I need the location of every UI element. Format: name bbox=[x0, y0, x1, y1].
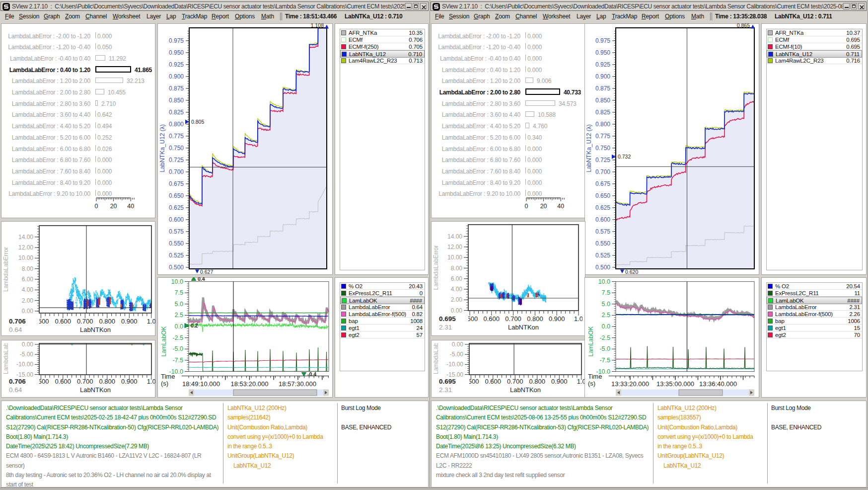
svg-text:0.500: 0.500 bbox=[462, 315, 478, 323]
svg-text:0.950: 0.950 bbox=[595, 49, 610, 56]
svg-text:8.00: 8.00 bbox=[451, 265, 463, 272]
svg-text:0.64: 0.64 bbox=[9, 326, 22, 333]
svg-text:LamLabOK: LamLabOK bbox=[587, 327, 594, 357]
svg-text:0.00: 0.00 bbox=[452, 341, 464, 348]
svg-text:10.0: 10.0 bbox=[598, 278, 610, 285]
svg-text:0.900: 0.900 bbox=[121, 378, 138, 385]
svg-text:0.750: 0.750 bbox=[169, 145, 184, 152]
svg-text:0.700: 0.700 bbox=[77, 378, 93, 385]
svg-text:8.00: 8.00 bbox=[22, 265, 34, 272]
svg-text:0.620: 0.620 bbox=[625, 269, 638, 275]
svg-text:0.900: 0.900 bbox=[169, 73, 184, 80]
svg-text:0.525: 0.525 bbox=[169, 252, 184, 259]
svg-text:-5.0: -5.0 bbox=[599, 345, 610, 352]
svg-text:0.500: 0.500 bbox=[595, 264, 610, 271]
svg-text:-15.00: -15.00 bbox=[446, 371, 463, 378]
svg-text:1.0: 1.0 bbox=[147, 378, 155, 385]
svg-text:0.500: 0.500 bbox=[463, 378, 479, 385]
svg-text:0.500: 0.500 bbox=[33, 378, 49, 385]
svg-text:1.0: 1.0 bbox=[147, 318, 155, 325]
svg-text:13:33:20.000: 13:33:20.000 bbox=[611, 380, 649, 388]
svg-text:0.706: 0.706 bbox=[9, 378, 26, 385]
svg-text:0.875: 0.875 bbox=[169, 85, 184, 92]
svg-text:2.00: 2.00 bbox=[22, 297, 34, 304]
svg-text:0.750: 0.750 bbox=[595, 145, 610, 152]
svg-text:0.525: 0.525 bbox=[595, 252, 610, 259]
svg-text:5.0: 5.0 bbox=[175, 301, 183, 308]
svg-text:0.700: 0.700 bbox=[595, 168, 610, 175]
svg-text:LabNTKa_U12 (λ): LabNTKa_U12 (λ) bbox=[585, 124, 592, 172]
svg-text:12.00: 12.00 bbox=[447, 244, 462, 250]
svg-text:LambdaLabError: LambdaLabError bbox=[2, 340, 9, 374]
svg-text:0: 0 bbox=[95, 203, 98, 210]
svg-text:LamLabOK: LamLabOK bbox=[160, 327, 167, 357]
svg-text:0.900: 0.900 bbox=[595, 73, 610, 80]
svg-text:0.0: 0.0 bbox=[175, 323, 183, 330]
svg-text:2.5: 2.5 bbox=[175, 312, 183, 319]
svg-text:(s): (s) bbox=[161, 380, 168, 387]
svg-text:14.00: 14.00 bbox=[447, 233, 462, 240]
svg-text:-7.5: -7.5 bbox=[599, 357, 610, 364]
svg-text:10.00: 10.00 bbox=[18, 254, 33, 261]
svg-text:0.800: 0.800 bbox=[169, 121, 184, 128]
svg-text:0.800: 0.800 bbox=[529, 378, 546, 385]
svg-text:0.850: 0.850 bbox=[169, 97, 184, 104]
svg-text:0.00: 0.00 bbox=[22, 341, 34, 348]
svg-text:0.925: 0.925 bbox=[169, 61, 184, 68]
svg-text:0.675: 0.675 bbox=[595, 180, 610, 187]
svg-text:0.725: 0.725 bbox=[595, 157, 610, 163]
svg-text:0.900: 0.900 bbox=[549, 315, 565, 323]
svg-text:0.575: 0.575 bbox=[595, 228, 610, 235]
svg-text:0.975: 0.975 bbox=[169, 37, 184, 44]
svg-text:-0.4: -0.4 bbox=[307, 371, 316, 377]
svg-text:12.00: 12.00 bbox=[18, 244, 33, 251]
svg-text:0.865: 0.865 bbox=[737, 23, 750, 28]
svg-text:LambdaLabError: LambdaLabError bbox=[2, 247, 9, 292]
svg-text:LabNTKon: LabNTKon bbox=[510, 386, 541, 394]
svg-text:1.0: 1.0 bbox=[574, 315, 582, 323]
svg-text:-5.00: -5.00 bbox=[20, 351, 34, 358]
svg-text:4.00: 4.00 bbox=[22, 286, 34, 293]
svg-text:0: 0 bbox=[525, 203, 528, 210]
svg-text:0.800: 0.800 bbox=[595, 121, 610, 128]
svg-text:0.706: 0.706 bbox=[9, 318, 26, 325]
svg-text:0.925: 0.925 bbox=[595, 61, 610, 68]
svg-text:2.00: 2.00 bbox=[451, 296, 463, 303]
svg-text:Time: Time bbox=[588, 373, 602, 380]
svg-text:18:53:20.000: 18:53:20.000 bbox=[231, 380, 269, 388]
svg-text:0.732: 0.732 bbox=[618, 154, 631, 160]
svg-text:40: 40 bbox=[127, 203, 134, 210]
svg-text:0.900: 0.900 bbox=[551, 378, 568, 385]
svg-text:0.800: 0.800 bbox=[99, 378, 116, 385]
svg-text:13:35:00.000: 13:35:00.000 bbox=[656, 380, 694, 388]
svg-text:-10.00: -10.00 bbox=[16, 361, 33, 368]
svg-text:(s): (s) bbox=[588, 380, 595, 387]
svg-text:18:57:30.000: 18:57:30.000 bbox=[279, 380, 316, 388]
svg-text:-5.00: -5.00 bbox=[450, 351, 464, 358]
svg-text:0.725: 0.725 bbox=[169, 157, 184, 163]
svg-text:0.775: 0.775 bbox=[169, 133, 184, 140]
svg-text:0.800: 0.800 bbox=[99, 318, 116, 325]
svg-text:0.550: 0.550 bbox=[595, 240, 610, 247]
svg-text:LambdaLabError: LambdaLabError bbox=[433, 245, 439, 290]
svg-text:0.695: 0.695 bbox=[439, 378, 456, 385]
svg-text:13:36:40.000: 13:36:40.000 bbox=[699, 380, 737, 388]
svg-text:2.31: 2.31 bbox=[439, 324, 452, 331]
svg-text:6.00: 6.00 bbox=[22, 276, 34, 283]
svg-text:0.650: 0.650 bbox=[595, 192, 610, 199]
svg-text:LabNTKa_U12 (λ): LabNTKa_U12 (λ) bbox=[159, 124, 166, 172]
svg-text:0.700: 0.700 bbox=[77, 318, 93, 325]
svg-text:6.00: 6.00 bbox=[451, 275, 463, 282]
svg-text:0.875: 0.875 bbox=[595, 85, 610, 92]
svg-text:LabNTKon: LabNTKon bbox=[508, 324, 539, 331]
svg-text:0.675: 0.675 bbox=[169, 180, 184, 187]
svg-text:20: 20 bbox=[110, 203, 117, 210]
svg-text:-7.5: -7.5 bbox=[172, 357, 183, 364]
svg-text:-2.5: -2.5 bbox=[172, 334, 183, 341]
svg-text:1.108: 1.108 bbox=[311, 23, 324, 28]
svg-text:0.700: 0.700 bbox=[505, 315, 521, 323]
svg-text:0.2: 0.2 bbox=[191, 323, 198, 328]
svg-text:0.695: 0.695 bbox=[439, 315, 456, 323]
svg-text:0.627: 0.627 bbox=[200, 269, 213, 275]
svg-text:18:49:10.000: 18:49:10.000 bbox=[182, 380, 220, 388]
